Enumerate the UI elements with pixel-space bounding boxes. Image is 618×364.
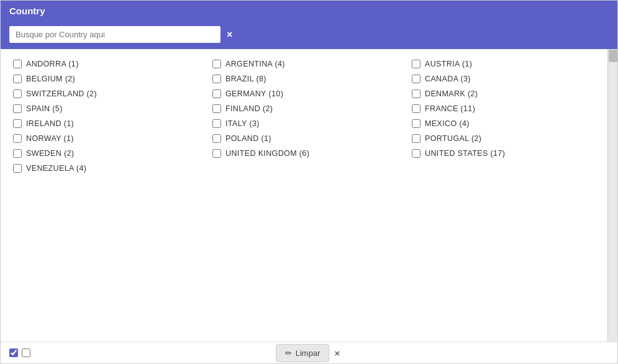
country-checkbox[interactable]	[212, 104, 221, 113]
country-label: UNITED KINGDOM (6)	[225, 149, 309, 158]
country-checkbox[interactable]	[412, 75, 420, 83]
country-checkbox[interactable]	[412, 134, 420, 143]
brush-icon: ✏	[285, 348, 292, 358]
country-checkbox[interactable]	[212, 60, 221, 68]
country-checkbox[interactable]	[412, 104, 420, 113]
country-checkbox[interactable]	[13, 60, 22, 68]
list-item: FRANCE (11)	[412, 102, 605, 115]
list-item: PORTUGAL (2)	[412, 132, 605, 145]
panel-title: Country	[1, 1, 617, 21]
country-checkbox[interactable]	[212, 134, 221, 143]
country-checkbox[interactable]	[212, 119, 221, 128]
search-input[interactable]	[9, 26, 220, 43]
list-item	[212, 162, 406, 175]
list-item: CANADA (3)	[412, 73, 605, 85]
countries-grid: ANDORRA (1)ARGENTINA (4)AUSTRIA (1)BELGI…	[13, 58, 605, 175]
country-label: VENEZUELA (4)	[26, 164, 86, 173]
list-item	[412, 162, 605, 175]
scrollbar-track[interactable]	[607, 49, 617, 342]
country-checkbox[interactable]	[13, 75, 22, 83]
country-label: CANADA (3)	[425, 75, 471, 83]
list-item: AUSTRIA (1)	[412, 58, 605, 70]
secondary-checkbox[interactable]	[22, 348, 30, 357]
list-item: SPAIN (5)	[13, 102, 206, 115]
country-label: IRELAND (1)	[26, 119, 74, 128]
country-label: DENMARK (2)	[425, 89, 478, 98]
list-item: IRELAND (1)	[13, 117, 206, 130]
country-label: UNITED STATES (17)	[425, 149, 505, 158]
country-checkbox[interactable]	[212, 149, 221, 158]
list-item: BELGIUM (2)	[13, 73, 206, 85]
country-label: MEXICO (4)	[425, 119, 470, 128]
country-checkbox[interactable]	[412, 60, 420, 68]
footer: ✏ Limpar ×	[1, 342, 617, 363]
country-label: AUSTRIA (1)	[425, 60, 472, 68]
footer-inner: ✏ Limpar ×	[9, 348, 609, 357]
footer-checkboxes	[9, 348, 30, 357]
list-item: FINLAND (2)	[212, 102, 406, 115]
country-panel: Country × ANDORRA (1)ARGENTINA (4)AUSTRI…	[0, 0, 618, 364]
list-item: MEXICO (4)	[412, 117, 605, 130]
scrollbar-thumb[interactable]	[609, 50, 617, 62]
country-label: BRAZIL (8)	[225, 75, 266, 83]
footer-close-button[interactable]: ×	[332, 345, 342, 361]
list-item: ITALY (3)	[212, 117, 406, 130]
country-label: NORWAY (1)	[26, 134, 74, 143]
content-area: ANDORRA (1)ARGENTINA (4)AUSTRIA (1)BELGI…	[1, 49, 617, 342]
country-checkbox[interactable]	[212, 89, 221, 98]
list-item: ARGENTINA (4)	[212, 58, 406, 70]
country-checkbox[interactable]	[13, 164, 22, 173]
list-item: UNITED KINGDOM (6)	[212, 147, 406, 160]
list-item: POLAND (1)	[212, 132, 406, 145]
country-label: SWITZERLAND (2)	[26, 89, 97, 98]
country-label: POLAND (1)	[225, 134, 271, 143]
country-checkbox[interactable]	[212, 75, 221, 83]
countries-list-container: ANDORRA (1)ARGENTINA (4)AUSTRIA (1)BELGI…	[1, 49, 617, 342]
panel-title-text: Country	[9, 6, 45, 16]
limpar-label: Limpar	[296, 348, 320, 358]
country-checkbox[interactable]	[13, 134, 22, 143]
country-checkbox[interactable]	[13, 89, 22, 98]
country-checkbox[interactable]	[13, 119, 22, 128]
search-bar: ×	[1, 21, 617, 49]
country-label: FRANCE (11)	[425, 104, 475, 113]
search-clear-button[interactable]: ×	[224, 30, 235, 40]
list-item: BRAZIL (8)	[212, 73, 406, 85]
list-item: GERMANY (10)	[212, 88, 406, 100]
country-label: SPAIN (5)	[26, 104, 63, 113]
list-item: VENEZUELA (4)	[13, 162, 206, 175]
country-label: PORTUGAL (2)	[425, 134, 481, 143]
footer-center-actions: ✏ Limpar ×	[276, 344, 343, 362]
country-checkbox[interactable]	[412, 119, 420, 128]
list-item: ANDORRA (1)	[13, 58, 206, 70]
country-checkbox[interactable]	[412, 89, 420, 98]
country-checkbox[interactable]	[412, 149, 420, 158]
list-item: DENMARK (2)	[412, 88, 605, 100]
country-label: ITALY (3)	[225, 119, 260, 128]
country-label: ARGENTINA (4)	[225, 60, 285, 68]
country-checkbox[interactable]	[13, 149, 22, 158]
country-label: SWEDEN (2)	[26, 149, 74, 158]
country-checkbox[interactable]	[13, 104, 22, 113]
country-label: GERMANY (10)	[225, 89, 283, 98]
limpar-button[interactable]: ✏ Limpar	[276, 344, 330, 362]
country-label: BELGIUM (2)	[26, 75, 75, 83]
list-item: SWITZERLAND (2)	[13, 88, 206, 100]
select-all-checkbox[interactable]	[9, 348, 18, 357]
list-item: UNITED STATES (17)	[412, 147, 605, 160]
country-label: FINLAND (2)	[225, 104, 273, 113]
country-label: ANDORRA (1)	[26, 60, 79, 68]
list-item: NORWAY (1)	[13, 132, 206, 145]
list-item: SWEDEN (2)	[13, 147, 206, 160]
